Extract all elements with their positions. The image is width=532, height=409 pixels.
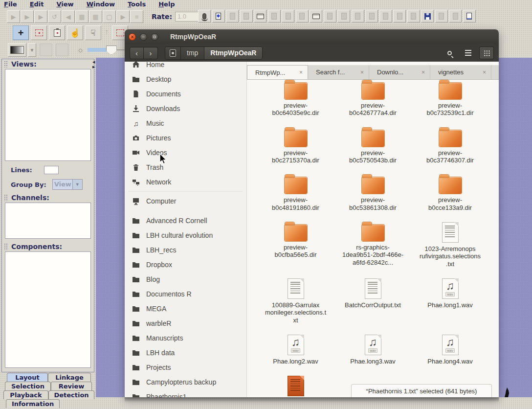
tab-review[interactable]: Review (51, 382, 92, 390)
file-item[interactable]: preview-b0c2715370a.dir (257, 125, 334, 164)
panel-grip[interactable] (4, 61, 8, 68)
sidebar-bookmark[interactable]: LBH cultural evolution (125, 228, 246, 243)
selection-box-tool-button[interactable] (31, 25, 47, 40)
play-selection-button[interactable]: ▶ (34, 10, 47, 23)
toolbar-button-disabled[interactable] (379, 10, 392, 23)
sidebar-bookmark[interactable]: Dropbox (125, 257, 246, 272)
views-list[interactable] (5, 69, 91, 161)
play-to-end-button[interactable]: ▶ (116, 10, 130, 23)
record-mic-button[interactable] (198, 10, 211, 23)
file-item[interactable]: preview-b0cfba56e5.dir (257, 219, 334, 268)
file-item[interactable]: BatchCorrOutput.txt (334, 275, 412, 324)
file-item[interactable]: ♫wavPhae.long1.wav (412, 275, 489, 324)
new-document-button[interactable] (463, 10, 476, 23)
file-item[interactable]: preview-b0c732539c1.dir (412, 80, 489, 117)
slider-thumb[interactable] (106, 45, 117, 55)
tab-playback[interactable]: Playback (3, 390, 48, 399)
toolbar-button-disabled[interactable] (268, 10, 281, 23)
record-button[interactable]: ▦ (75, 10, 89, 23)
location-icon-button[interactable] (165, 47, 181, 59)
components-list[interactable] (5, 251, 91, 368)
image-option-button[interactable] (56, 44, 68, 56)
breadcrumb-tmp[interactable]: tmp (181, 47, 204, 59)
toolbar-button-disabled[interactable] (352, 10, 364, 23)
file-item[interactable]: preview-b0c426777a4.dir (334, 80, 412, 117)
group-by-combobox[interactable]: View ▼ (52, 179, 83, 190)
file-item[interactable]: ♫wavPhae.long2.wav (257, 332, 334, 365)
file-item[interactable]: preview-b0c64035e9c.dir (257, 80, 334, 117)
tab-vignettes[interactable]: vignettes × (430, 65, 491, 79)
tab-detection[interactable]: Detection (48, 390, 94, 399)
open-file-button[interactable] (254, 10, 266, 23)
toolbar-button-disabled[interactable] (365, 10, 378, 23)
file-item[interactable]: preview-b0c37746307.dir (412, 125, 489, 164)
sidebar-bookmark[interactable]: LBH_recs (125, 243, 246, 257)
sidebar-bookmark[interactable]: Advanced R Cornell (125, 213, 246, 228)
sidebar-item-music[interactable]: ♫Music (125, 116, 246, 131)
record-mode-button[interactable]: ▦ (89, 10, 102, 23)
sidebar-item-home[interactable]: Home (125, 62, 246, 72)
sidebar-item-computer[interactable]: Computer (125, 194, 246, 208)
sidebar-item-videos[interactable]: Videos (125, 145, 246, 160)
sidebar-bookmark[interactable]: Blog (125, 272, 246, 287)
sidebar-item-documents[interactable]: Documents (125, 87, 246, 101)
play-options-button[interactable]: ≡ (130, 10, 143, 23)
menu-view[interactable]: View (57, 0, 74, 8)
sidebar-bookmark[interactable]: warbleR (125, 316, 246, 331)
close-icon[interactable]: × (299, 69, 303, 76)
file-item[interactable]: 100889-Garrulax monileger.selections.txt (257, 275, 334, 324)
close-icon[interactable]: × (483, 69, 486, 76)
sidebar-bookmark[interactable]: Phaethornis1 (125, 389, 246, 397)
image-option-button[interactable] (40, 44, 52, 56)
sidebar-item-trash[interactable]: Trash (125, 160, 246, 175)
toolbar-button-disabled[interactable] (435, 10, 448, 23)
close-icon[interactable]: × (421, 69, 425, 76)
back-button[interactable]: ‹ (130, 47, 144, 59)
sidebar-item-pictures[interactable]: Pictures (125, 131, 246, 145)
sidebar-item-desktop[interactable]: Desktop (125, 72, 246, 87)
sidebar-bookmark[interactable]: Projects (125, 360, 246, 375)
toolbar-button-disabled[interactable] (240, 10, 253, 23)
toolbar-button-disabled[interactable] (226, 10, 239, 23)
tab-search[interactable]: Search f... × (308, 65, 369, 79)
toolbar-button-disabled[interactable] (393, 10, 406, 23)
toolbar-button-disabled[interactable] (282, 10, 294, 23)
forward-button[interactable]: › (144, 47, 158, 59)
menu-tools[interactable]: Tools (128, 0, 146, 8)
save-button[interactable] (421, 10, 434, 23)
sidebar-bookmark[interactable]: MEGA (125, 301, 246, 316)
window-play-button[interactable]: ▢ (103, 10, 116, 23)
file-item[interactable]: 1023-Arremonops rufivirgatus.selections.… (412, 219, 489, 268)
menu-edit[interactable]: Edit (30, 0, 44, 8)
panel-grip[interactable] (4, 194, 8, 201)
play-button[interactable]: ▶ (7, 10, 20, 23)
minimize-window-button[interactable]: − (140, 33, 147, 41)
panel-grip[interactable] (4, 243, 8, 250)
tab-downloads[interactable]: Downlo... × (369, 65, 430, 79)
file-item[interactable]: preview-b0c48191860.dir (257, 172, 334, 211)
search-button[interactable] (442, 46, 457, 59)
window-titlebar[interactable]: × − RtmpWpOeaR (125, 29, 499, 44)
tab-linkage[interactable]: Linkage (48, 373, 91, 382)
breadcrumb-current[interactable]: RtmpWpOeaR (204, 47, 262, 59)
reverse-play-button[interactable]: ◀ (62, 10, 75, 23)
pan-tool-button[interactable]: ☟ (85, 25, 101, 40)
toolbar-button-disabled[interactable] (296, 10, 309, 23)
toolbar-button-disabled[interactable] (407, 10, 420, 23)
list-view-button[interactable] (461, 46, 475, 59)
rate-input[interactable]: 1.0 (175, 12, 200, 22)
close-icon[interactable]: × (360, 69, 364, 76)
import-file-button[interactable] (212, 10, 225, 23)
sidebar-bookmark[interactable]: LBH data (125, 345, 246, 360)
toolbar-button-disabled[interactable] (337, 10, 350, 23)
menu-file[interactable]: File (4, 0, 17, 8)
open-workspace-button[interactable] (310, 10, 322, 23)
tab-layout[interactable]: Layout (7, 373, 48, 382)
tab-current-folder[interactable]: RtmpWp... × (247, 65, 308, 79)
crosshair-tool-button[interactable]: + (13, 25, 29, 40)
sidebar-bookmark[interactable]: Campylopterus backup (125, 375, 246, 389)
sidebar-item-downloads[interactable]: Downloads (125, 101, 246, 116)
file-item[interactable]: preview-b0c53861308.dir (334, 172, 412, 211)
grid-view-button[interactable] (479, 46, 494, 59)
lines-input[interactable] (44, 166, 59, 174)
